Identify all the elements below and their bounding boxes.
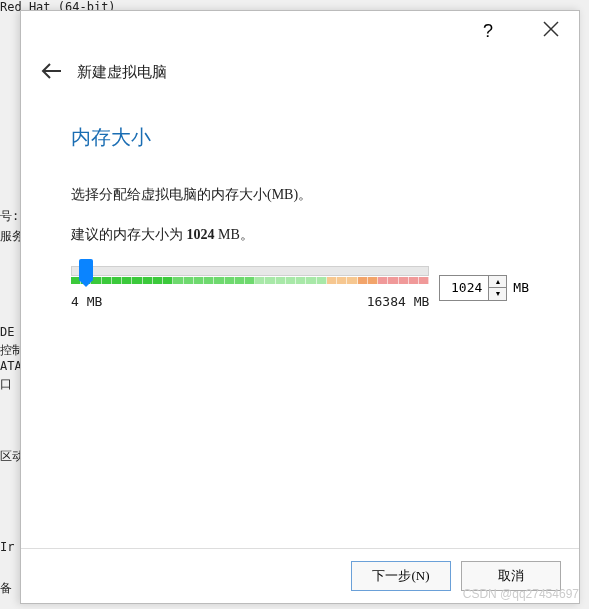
section-title: 内存大小 [71, 124, 529, 151]
memory-slider-thumb[interactable] [79, 259, 93, 281]
dialog-title: 新建虚拟电脑 [77, 63, 167, 82]
description-1: 选择分配给虚拟电脑的内存大小(MB)。 [71, 186, 529, 204]
bg-text: 备 [0, 580, 12, 597]
memory-slider-wrap: 4 MB 16384 MB [71, 266, 429, 309]
dialog-content: 内存大小 选择分配给虚拟电脑的内存大小(MB)。 建议的内存大小为 1024 M… [21, 104, 579, 548]
memory-spinner: ▲ ▼ MB [439, 275, 529, 301]
desc2-suffix: MB。 [215, 227, 254, 242]
close-icon[interactable] [543, 21, 559, 42]
titlebar: ? [21, 11, 579, 51]
memory-input[interactable] [440, 276, 488, 300]
next-button[interactable]: 下一步(N) [351, 561, 451, 591]
watermark: CSDN @qq27454697 [463, 587, 579, 601]
bg-text: 号: [0, 208, 19, 225]
next-button-label: 下一步(N) [372, 567, 429, 585]
memory-size-dialog: ? 新建虚拟电脑 内存大小 选择分配给虚拟电脑的内存大小(MB)。 建议的内存大… [20, 10, 580, 604]
memory-slider-area: 4 MB 16384 MB ▲ ▼ MB [71, 266, 529, 309]
desc2-value: 1024 [187, 227, 215, 242]
slider-color-bar [71, 277, 429, 284]
bg-text: ATA [0, 359, 22, 373]
memory-spinner-box: ▲ ▼ [439, 275, 507, 301]
back-arrow-icon[interactable] [41, 61, 63, 84]
memory-slider-track[interactable] [71, 266, 429, 276]
help-icon[interactable]: ? [483, 21, 493, 42]
slider-min-label: 4 MB [71, 294, 102, 309]
spinner-up-icon[interactable]: ▲ [489, 276, 506, 289]
slider-max-label: 16384 MB [367, 294, 430, 309]
desc2-prefix: 建议的内存大小为 [71, 227, 187, 242]
cancel-button-label: 取消 [498, 567, 524, 585]
memory-unit: MB [513, 280, 529, 295]
bg-text: 口 [0, 376, 12, 393]
slider-labels: 4 MB 16384 MB [71, 294, 429, 309]
description-2: 建议的内存大小为 1024 MB。 [71, 226, 529, 244]
bg-text: Ir [0, 540, 14, 554]
spinner-down-icon[interactable]: ▼ [489, 288, 506, 300]
bg-text: DE [0, 325, 14, 339]
dialog-header: 新建虚拟电脑 [21, 51, 579, 104]
